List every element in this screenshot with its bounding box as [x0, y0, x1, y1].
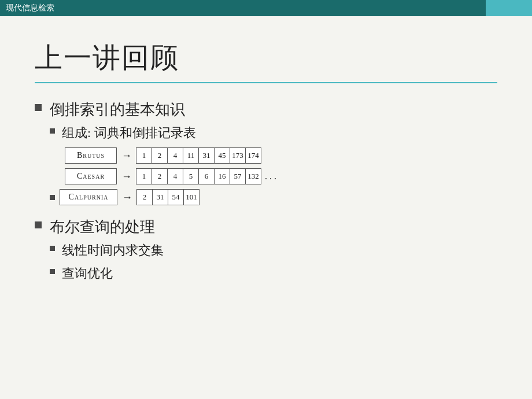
posting-caesar-2: 2	[152, 168, 168, 184]
dict-cell-brutus: Brutus	[65, 147, 117, 164]
top-bar-accent	[486, 0, 532, 16]
slide: 上一讲回顾 倒排索引的基本知识 组成: 词典和倒排记录表 Brutus → 1	[0, 16, 532, 399]
bullet-list: 倒排索引的基本知识 组成: 词典和倒排记录表 Brutus → 1 2 4 11	[35, 99, 497, 282]
index-table-area: Brutus → 1 2 4 11 31 45 173 174 Cae	[65, 147, 497, 184]
slide-title: 上一讲回顾	[35, 39, 497, 76]
bullet-item-2: 布尔查询的处理 线性时间内求交集 查询优化	[35, 217, 497, 282]
posting-caesar-3: 4	[167, 168, 183, 184]
posting-caesar-4: 5	[183, 168, 199, 184]
bullet-sub-1-1-text: 组成: 词典和倒排记录表	[62, 124, 196, 142]
posting-brutus-6: 45	[214, 147, 230, 164]
bullet-square-2-icon	[35, 221, 42, 228]
dict-cell-caesar: Caesar	[65, 168, 117, 184]
bullet-item-1: 倒排索引的基本知识 组成: 词典和倒排记录表 Brutus → 1 2 4 11	[35, 99, 497, 205]
app-title: 现代信息检索	[6, 3, 54, 13]
posting-caesar-7: 57	[230, 168, 246, 184]
posting-caesar-6: 16	[214, 168, 230, 184]
posting-brutus-2: 2	[152, 147, 168, 164]
postings-calpurnia: 2 31 54 101	[137, 189, 200, 205]
dict-cell-calpurnia: Calpurnia	[60, 189, 117, 205]
posting-caesar-1: 1	[136, 168, 152, 184]
index-row-brutus: Brutus → 1 2 4 11 31 45 173 174	[65, 147, 497, 164]
posting-caesar-8: 132	[245, 168, 261, 184]
bullet-sub-2-2: 查询优化	[50, 265, 497, 282]
posting-brutus-1: 1	[136, 147, 152, 164]
posting-brutus-5: 31	[198, 147, 215, 164]
posting-calpurnia-3: 54	[168, 189, 184, 205]
bullet-sub-2-1-text: 线性时间内求交集	[62, 242, 164, 259]
postings-caesar: 1 2 4 5 6 16 57 132	[136, 168, 261, 184]
title-underline	[35, 82, 497, 83]
bullet-main-2: 布尔查询的处理	[35, 217, 497, 237]
bullet-square-icon	[35, 104, 42, 111]
index-row-calpurnia: Calpurnia → 2 31 54 101	[60, 189, 200, 205]
posting-brutus-4: 11	[183, 147, 199, 164]
bullet-sub-square-icon	[50, 128, 55, 134]
top-bar: 现代信息检索	[0, 0, 532, 16]
bullet-sub-1-1: 组成: 词典和倒排记录表	[50, 124, 497, 142]
posting-brutus-3: 4	[167, 147, 183, 164]
index-row-caesar: Caesar → 1 2 4 5 6 16 57 132 . . .	[65, 168, 497, 184]
posting-calpurnia-1: 2	[136, 189, 153, 205]
calpurnia-bullet-icon	[50, 195, 55, 200]
arrow-caesar: →	[121, 171, 132, 183]
posting-brutus-7: 173	[230, 147, 246, 164]
bullet-sub-2-2-square-icon	[50, 269, 55, 274]
posting-calpurnia-4: 101	[183, 189, 200, 205]
bullet-sub-2-1: 线性时间内求交集	[50, 242, 497, 259]
calpurnia-row: Calpurnia → 2 31 54 101	[50, 189, 497, 205]
bullet-sub-2-1-square-icon	[50, 246, 55, 251]
caesar-dots: . . .	[265, 171, 276, 182]
posting-brutus-8: 174	[245, 147, 261, 164]
postings-brutus: 1 2 4 11 31 45 173 174	[136, 147, 261, 164]
arrow-brutus: →	[121, 150, 132, 162]
posting-calpurnia-2: 31	[152, 189, 168, 205]
arrow-calpurnia: →	[122, 191, 132, 204]
posting-caesar-5: 6	[198, 168, 215, 184]
bullet-main-1: 倒排索引的基本知识	[35, 99, 497, 120]
bullet-main-1-text: 倒排索引的基本知识	[50, 99, 185, 120]
bullet-main-2-text: 布尔查询的处理	[50, 217, 155, 237]
bullet-sub-2-2-text: 查询优化	[62, 265, 113, 282]
